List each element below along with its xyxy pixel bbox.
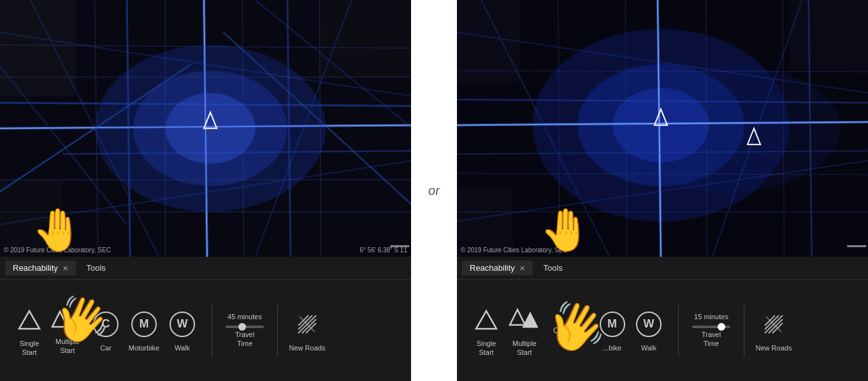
right-slider: 15 minutes: [692, 313, 730, 328]
left-walk-icon: W: [166, 308, 198, 340]
left-slider-thumb: [238, 323, 246, 331]
right-travel-time[interactable]: 15 minutes TravelTime: [689, 313, 734, 347]
left-map: © 2019 Future Cities Laboratory, SEC 6° …: [0, 0, 411, 257]
left-travel-time-value: 45 minutes: [228, 313, 262, 320]
left-toolbar: Reachability ✕ Tools SingleStart: [0, 257, 411, 381]
left-tab-reachability[interactable]: Reachability ✕: [5, 261, 76, 275]
left-divider-2: [277, 305, 278, 356]
left-slider-track[interactable]: [226, 326, 264, 328]
left-single-start-icon: [13, 304, 45, 336]
right-new-roads-icon: [758, 308, 790, 340]
left-motorbike[interactable]: M Motorbike: [125, 308, 163, 352]
left-tab-close[interactable]: ✕: [62, 264, 68, 272]
right-divider: [678, 305, 679, 356]
right-slider-track[interactable]: [692, 326, 730, 328]
svg-marker-35: [19, 311, 40, 329]
right-travel-time-label: TravelTime: [702, 331, 721, 347]
right-cursor-hand: 🤚: [540, 209, 591, 250]
left-new-roads-label: New Roads: [289, 344, 326, 352]
right-single-start-icon: [470, 304, 502, 336]
right-slider-thumb: [718, 323, 725, 331]
svg-marker-74: [476, 311, 496, 329]
right-single-start[interactable]: SingleStart: [467, 304, 505, 356]
left-hand-cursor: 👋: [55, 293, 110, 345]
svg-marker-76: [523, 312, 538, 327]
main-container: © 2019 Future Cities Laboratory, SEC 6° …: [0, 0, 868, 381]
right-tools-content: SingleStart MultipleStart Cle...: [457, 280, 868, 381]
left-travel-time[interactable]: 45 minutes TravelTime: [222, 313, 267, 347]
left-walk-label: Walk: [175, 344, 190, 352]
right-travel-time-value: 15 minutes: [694, 313, 728, 320]
left-coords: 6° 56' 6.38" S 11: [359, 247, 407, 254]
right-tab-reachability[interactable]: Reachability ✕: [462, 261, 533, 275]
left-motorbike-icon: M: [128, 308, 160, 340]
left-panel: © 2019 Future Cities Laboratory, SEC 6° …: [0, 0, 411, 381]
right-tab-tools[interactable]: Tools: [535, 261, 570, 275]
left-new-roads-icon: [291, 308, 323, 340]
right-walk-icon: W: [633, 308, 665, 340]
left-motorbike-label: Motorbike: [129, 344, 159, 352]
svg-rect-45: [789, 0, 868, 71]
right-multiple-start-icon: [509, 304, 540, 336]
right-new-roads-label: New Roads: [756, 344, 792, 352]
svg-rect-73: [847, 245, 866, 247]
left-slider: 45 minutes: [226, 313, 264, 328]
right-walk-label: Walk: [641, 344, 656, 352]
right-multiple-start-label: MultipleStart: [512, 340, 537, 356]
left-travel-time-label: TravelTime: [235, 331, 254, 347]
right-toolbar: Reachability ✕ Tools SingleStart: [457, 257, 868, 381]
right-divider-2: [744, 305, 744, 356]
right-new-roads[interactable]: New Roads: [755, 308, 793, 352]
left-cursor-hand: 🤚: [32, 209, 83, 250]
right-single-start-label: SingleStart: [477, 340, 496, 356]
right-tab-bar: Reachability ✕ Tools: [457, 257, 868, 280]
right-panel: © 2019 Future Cities Laboratory, SEC 🤚 R…: [457, 0, 868, 381]
right-clear[interactable]: Cle... 👋: [544, 315, 595, 347]
left-new-roads[interactable]: New Roads: [288, 308, 326, 352]
right-hand-cursor: 👋: [547, 299, 607, 355]
left-multiple-start[interactable]: MultipleStart 👋: [48, 306, 87, 354]
right-tab-close[interactable]: ✕: [519, 264, 525, 272]
right-multiple-start[interactable]: MultipleStart: [505, 304, 544, 356]
left-tools-content: SingleStart MultipleStart 👋: [0, 280, 411, 381]
left-single-start-label: SingleStart: [20, 340, 40, 356]
svg-rect-2: [319, 0, 411, 77]
svg-marker-75: [510, 310, 525, 325]
left-tab-bar: Reachability ✕ Tools: [0, 257, 411, 280]
right-map: © 2019 Future Cities Laboratory, SEC 🤚: [457, 0, 868, 257]
left-tab-tools[interactable]: Tools: [78, 261, 113, 275]
or-divider: or: [411, 0, 457, 381]
left-walk[interactable]: W Walk: [163, 308, 201, 352]
right-walk[interactable]: W Walk: [630, 308, 668, 352]
right-map-svg: [457, 0, 868, 257]
left-single-start[interactable]: SingleStart: [10, 304, 48, 356]
left-divider: [212, 305, 212, 356]
